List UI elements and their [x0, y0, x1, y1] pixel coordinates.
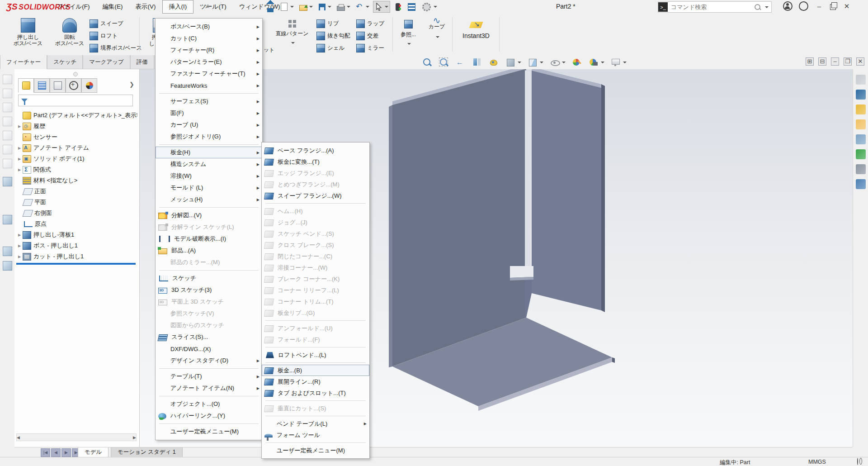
menu-item[interactable]: ファスナー フィーチャー(T)▶: [156, 68, 262, 80]
zoom-area-button[interactable]: [437, 57, 451, 68]
view-palette-icon[interactable]: [856, 134, 866, 144]
menu-item[interactable]: フィーチャー(R)▶: [156, 44, 262, 56]
tree-item[interactable]: 材料 <指定なし>: [16, 175, 137, 186]
view-settings-button[interactable]: [609, 57, 628, 68]
menu-item[interactable]: カーブ (U)▶: [156, 119, 262, 131]
menu-item[interactable]: フォーム ツール: [262, 429, 369, 441]
menu-item[interactable]: テーブル(T)▶: [156, 371, 262, 382]
zoom-fit-button[interactable]: [420, 57, 434, 68]
tree-item[interactable]: ▶ソリッド ボディ(1): [16, 153, 137, 164]
window-restore-icon[interactable]: [830, 4, 836, 10]
linear-pattern-caret-icon[interactable]: [291, 42, 295, 44]
expand-arrow-icon[interactable]: ▶: [16, 146, 23, 150]
ribbon-tab-2[interactable]: スケッチ: [47, 55, 83, 69]
menu-item-highlighted[interactable]: 板金...(B): [262, 365, 369, 376]
expand-arrow-icon[interactable]: ▶: [16, 244, 23, 248]
reference-view-cube-icon[interactable]: [3, 89, 12, 98]
dropdown-caret-icon[interactable]: [562, 62, 566, 63]
expand-arrow-icon[interactable]: ▶: [16, 168, 23, 172]
menu-item[interactable]: サーフェス(S)▶: [156, 95, 262, 107]
tree-item[interactable]: 正面: [16, 186, 137, 197]
menu-item[interactable]: 溶接(W)▶: [156, 170, 262, 182]
rollback-bar[interactable]: [16, 263, 136, 265]
curves-caret-icon[interactable]: [436, 36, 439, 38]
expand-arrow-icon[interactable]: ▶: [16, 157, 23, 161]
reference-view-cube-icon[interactable]: [3, 103, 12, 112]
search-scope-icon[interactable]: >_: [658, 2, 668, 12]
split-window-icon[interactable]: ⊟: [818, 57, 826, 66]
menu-item[interactable]: ユーザー定義メニュー(M): [262, 445, 369, 456]
tree-item[interactable]: Part2 (デフォルト<<デフォルト>_表示状態: [16, 110, 137, 121]
tree-item[interactable]: ▶関係式: [16, 164, 137, 175]
menubar-item-編集[interactable]: 編集(E): [96, 0, 129, 14]
instant3d-button[interactable]: Instant3D: [456, 16, 496, 53]
forum-icon[interactable]: [856, 179, 866, 189]
panel-expand-icon[interactable]: ❯: [129, 81, 134, 88]
units-indicator[interactable]: MMGS: [808, 459, 826, 465]
revolved-boss-base-button[interactable]: 回転 ボス/ベース: [49, 16, 90, 53]
propertymanager-tab[interactable]: [34, 78, 50, 93]
dropdown-caret-icon[interactable]: [347, 6, 350, 8]
dropdown-caret-icon[interactable]: [309, 6, 313, 8]
menubar-item-挿入[interactable]: 挿入(I): [162, 0, 194, 14]
ribbon-tab-1[interactable]: フィーチャー: [0, 55, 47, 69]
menubar-item-表示[interactable]: 表示(V): [129, 0, 162, 14]
featuremanager-tab[interactable]: [18, 78, 34, 93]
new-document-button[interactable]: [278, 1, 296, 13]
dropdown-caret-icon[interactable]: [540, 62, 543, 63]
dropdown-caret-icon[interactable]: [290, 6, 294, 8]
scroll-left-icon[interactable]: ◀: [17, 435, 20, 440]
tab-next-icon[interactable]: ▶: [61, 448, 71, 457]
display-style-button[interactable]: [526, 57, 545, 68]
panel-horizontal-scrollbar[interactable]: ◀ ▶: [16, 433, 137, 441]
menu-item[interactable]: 3D スケッチ(3): [156, 284, 262, 296]
help-icon[interactable]: [799, 1, 808, 11]
settings-gear-button[interactable]: [420, 1, 439, 13]
menu-item[interactable]: 面(F)▶: [156, 107, 262, 119]
menu-item[interactable]: パターン/ミラー(E)▶: [156, 56, 262, 68]
section-view-button[interactable]: [471, 57, 484, 68]
options-list-button[interactable]: [406, 1, 418, 13]
select-button[interactable]: [373, 1, 390, 13]
expand-arrow-icon[interactable]: ▶: [16, 233, 23, 237]
menu-item[interactable]: ベンド テーブル(L)▶: [262, 418, 369, 429]
tab-first-icon[interactable]: |◀: [41, 448, 50, 457]
filter-funnel-icon[interactable]: [21, 99, 28, 102]
command-search[interactable]: >_: [658, 1, 772, 13]
tree-item[interactable]: ▶アノテート アイテム: [16, 143, 137, 153]
reference-view-cube-icon[interactable]: [3, 145, 12, 154]
dimxpert-tab[interactable]: [66, 78, 81, 93]
menu-item[interactable]: 部品...(A): [156, 245, 262, 257]
reference-caret-icon[interactable]: [407, 43, 411, 45]
menu-item[interactable]: モールド (L)▶: [156, 182, 262, 194]
menu-item[interactable]: スライス(S)...: [156, 331, 262, 343]
dropdown-caret-icon[interactable]: [434, 6, 437, 8]
menu-item[interactable]: ロフトベンド...(L): [262, 349, 369, 361]
reference-view-cube-icon[interactable]: [3, 75, 12, 84]
reference-view-cube-icon[interactable]: [3, 117, 12, 126]
dropdown-caret-icon[interactable]: [601, 62, 604, 63]
reference-view-cube-icon[interactable]: [3, 131, 12, 140]
menu-item[interactable]: 展開ライン...(R): [262, 376, 369, 387]
menu-item[interactable]: ボス/ベース(B)▶: [156, 21, 262, 33]
print-button[interactable]: [335, 1, 352, 13]
apply-scene-button[interactable]: [587, 57, 606, 68]
menu-item[interactable]: ハイパーリンク...(Y): [156, 410, 262, 422]
menubar-item-ツール[interactable]: ツール(T): [193, 0, 232, 14]
ribbon-tab-3[interactable]: マークアップ: [83, 55, 130, 69]
status-globe-icon[interactable]: [857, 458, 858, 465]
window-close-icon[interactable]: ✕: [842, 2, 851, 10]
home-button[interactable]: [264, 1, 276, 13]
search-caret-icon[interactable]: [765, 6, 769, 8]
tree-item[interactable]: ▶履歴: [16, 121, 137, 132]
tree-item[interactable]: ▶ボス - 押し出し1: [16, 240, 137, 251]
window-minimize-icon[interactable]: –: [815, 2, 824, 10]
dropdown-caret-icon[interactable]: [385, 6, 388, 8]
tree-item[interactable]: ▶カット - 押し出し1: [16, 251, 137, 262]
paste-appearance-layers-icon[interactable]: [3, 261, 12, 271]
document-tab-1[interactable]: モデル: [78, 447, 108, 457]
file-explorer-icon[interactable]: [856, 119, 866, 129]
menu-item[interactable]: 分解図...(V): [156, 209, 262, 221]
measure-button[interactable]: [487, 57, 501, 68]
open-button[interactable]: [297, 1, 315, 13]
